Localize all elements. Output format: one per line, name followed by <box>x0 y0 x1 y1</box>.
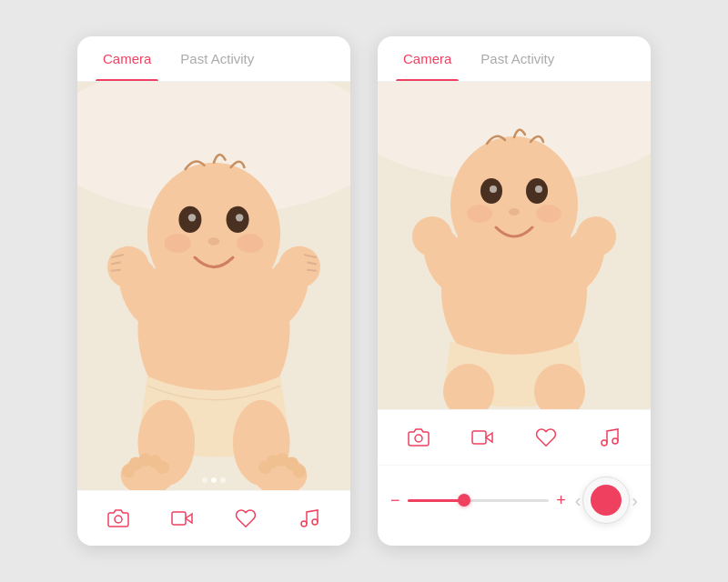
volume-plus-button[interactable]: + <box>556 492 566 508</box>
right-tab-past-activity[interactable]: Past Activity <box>473 36 561 81</box>
indicator-dot-3 <box>220 477 226 483</box>
svg-point-54 <box>576 216 616 256</box>
svg-point-3 <box>147 163 280 306</box>
right-phone: Camera Past Activity <box>378 36 651 546</box>
svg-marker-58 <box>486 433 492 442</box>
right-baby-image <box>378 82 651 409</box>
svg-point-48 <box>509 208 520 216</box>
svg-point-34 <box>258 461 272 475</box>
svg-point-61 <box>612 438 618 444</box>
record-section: ‹ › <box>575 477 638 524</box>
indicator-dot-2 <box>211 477 217 483</box>
svg-point-52 <box>412 216 452 256</box>
camera-icon-left[interactable] <box>102 502 135 535</box>
svg-point-29 <box>156 461 169 475</box>
svg-point-7 <box>236 214 243 221</box>
right-tab-bar: Camera Past Activity <box>378 36 651 82</box>
svg-rect-59 <box>472 431 486 444</box>
music-icon-right[interactable] <box>593 421 626 454</box>
left-tab-camera[interactable]: Camera <box>96 36 158 81</box>
volume-slider-fill <box>408 499 464 502</box>
svg-point-10 <box>237 234 263 253</box>
baby-illustration-left <box>77 82 350 490</box>
camera-icon-right[interactable] <box>402 421 435 454</box>
svg-marker-36 <box>186 514 192 523</box>
svg-line-20 <box>307 270 316 271</box>
svg-point-39 <box>312 519 318 525</box>
record-button[interactable] <box>582 477 630 524</box>
svg-point-17 <box>278 246 320 288</box>
svg-point-6 <box>188 214 196 221</box>
record-button-inner <box>591 485 622 516</box>
video-icon-right[interactable] <box>466 421 499 454</box>
svg-point-47 <box>535 186 542 193</box>
volume-slider-thumb[interactable] <box>458 494 470 507</box>
svg-point-35 <box>115 516 122 523</box>
left-indicator-bar <box>202 477 226 483</box>
left-bottom-toolbar <box>77 490 350 546</box>
svg-point-50 <box>536 205 561 223</box>
right-camera-view <box>378 82 651 409</box>
right-controls-row: − + ‹ › <box>378 466 651 531</box>
video-icon-left[interactable] <box>166 502 198 535</box>
svg-point-12 <box>107 246 149 288</box>
left-baby-image <box>77 82 350 490</box>
svg-point-49 <box>467 205 492 223</box>
svg-point-8 <box>208 237 220 245</box>
volume-minus-button[interactable]: − <box>390 492 400 508</box>
left-tab-past-activity[interactable]: Past Activity <box>173 36 261 81</box>
chevron-left-icon[interactable]: ‹ <box>575 491 581 509</box>
svg-point-57 <box>415 435 422 442</box>
volume-slider-track[interactable] <box>408 499 550 502</box>
svg-point-60 <box>602 440 607 446</box>
left-camera-view <box>77 82 350 490</box>
svg-point-46 <box>490 186 497 193</box>
right-tab-camera[interactable]: Camera <box>396 36 459 81</box>
indicator-dot-1 <box>202 477 207 483</box>
heart-icon-left[interactable] <box>229 502 262 535</box>
baby-illustration-right <box>378 82 651 409</box>
svg-point-43 <box>450 136 578 273</box>
chevron-right-icon[interactable]: › <box>632 491 638 509</box>
svg-rect-37 <box>172 512 186 525</box>
svg-point-38 <box>301 521 307 527</box>
heart-icon-right[interactable] <box>530 421 562 454</box>
left-tab-bar: Camera Past Activity <box>77 36 350 82</box>
svg-line-15 <box>111 270 120 271</box>
left-phone: Camera Past Activity <box>77 36 350 546</box>
right-bottom-toolbar <box>378 409 651 466</box>
volume-section: − + <box>390 492 566 508</box>
music-icon-left[interactable] <box>293 502 326 535</box>
svg-point-9 <box>165 234 191 253</box>
